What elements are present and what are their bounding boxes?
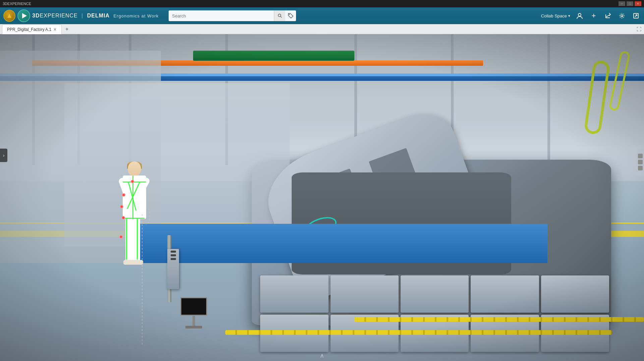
logo-area: 3DEXPERIENCE | DELMIA Ergonomics at Work <box>3 9 159 22</box>
user-icon-button[interactable] <box>575 11 584 20</box>
compass-logo[interactable] <box>3 10 15 22</box>
panel-button-3 <box>171 258 176 260</box>
share-icon <box>604 12 611 19</box>
search-bar[interactable] <box>169 10 296 21</box>
right-panel-button-1[interactable] <box>638 154 643 158</box>
conveyor-track-2 <box>354 317 644 322</box>
right-side-panel <box>637 149 644 175</box>
add-button[interactable]: + <box>589 11 598 20</box>
human-head <box>128 161 141 176</box>
middle-machinery <box>64 83 290 247</box>
svg-point-3 <box>578 13 581 16</box>
ceiling-strut <box>354 34 357 165</box>
collab-dropdown-icon: ▾ <box>568 14 570 18</box>
search-icon <box>278 13 282 18</box>
ceiling-strut <box>547 34 550 165</box>
joint-left-shoulder <box>122 216 125 219</box>
fixture-block <box>401 275 469 313</box>
close-button[interactable]: ✕ <box>635 1 641 6</box>
add-tab-button[interactable]: + <box>63 24 71 34</box>
panel-button-1 <box>171 251 176 253</box>
search-button[interactable] <box>274 10 285 21</box>
viewport[interactable]: › ∧ <box>0 34 644 361</box>
maximize-button[interactable]: □ <box>627 1 633 6</box>
brand-label: 3DEXPERIENCE | DELMIA Ergonomics at Work <box>32 13 159 19</box>
human-right-leg <box>133 218 140 261</box>
human-left-foot <box>123 260 135 265</box>
tag-button[interactable] <box>285 10 296 21</box>
collab-space-selector[interactable]: Collab Space ▾ <box>541 13 570 18</box>
brand-delmia: DELMIA <box>87 13 110 18</box>
brand-experience: EXPERIENCE <box>40 13 77 18</box>
brand-3d: 3D <box>32 13 40 18</box>
svg-point-5 <box>621 15 623 17</box>
right-panel-button-2[interactable] <box>638 160 643 164</box>
monitor-screen <box>180 297 207 316</box>
brand-subtitle: Ergonomics at Work <box>113 13 159 18</box>
svg-line-1 <box>280 16 282 18</box>
expand-tab-button[interactable]: ⛶ <box>637 24 641 34</box>
skeleton-left-leg <box>126 218 127 260</box>
right-panel-button-3[interactable] <box>638 166 643 170</box>
conveyor-track-1 <box>225 330 612 335</box>
fixture-block <box>541 275 609 313</box>
svg-point-2 <box>289 14 290 15</box>
settings-icon <box>619 12 625 19</box>
tab-label: PPR_Digital_Factory A.1 <box>7 27 51 32</box>
play-button[interactable] <box>17 9 30 22</box>
left-panel-arrow-icon: › <box>3 153 5 158</box>
tab-close-button[interactable]: ✕ <box>53 27 57 32</box>
assembly-fixtures <box>257 273 612 355</box>
search-input[interactable] <box>169 13 274 18</box>
joint-right-elbow <box>120 205 123 208</box>
expand-icon <box>633 13 639 19</box>
collab-space-label: Collab Space <box>541 13 567 18</box>
skeleton-right-leg <box>137 218 138 260</box>
toolbar-right: Collab Space ▾ + <box>541 11 641 20</box>
panel-button-2 <box>171 254 176 256</box>
minimize-button[interactable]: ─ <box>619 1 625 6</box>
green-crane-beam <box>193 51 354 61</box>
fixture-block <box>260 275 328 313</box>
brand-sep: | <box>81 13 83 18</box>
monitor-stand <box>180 297 207 328</box>
human-figure <box>116 161 153 302</box>
skeleton-shoulder <box>123 182 146 183</box>
control-panel-box <box>167 249 179 289</box>
play-icon <box>22 13 27 18</box>
expand-button[interactable] <box>631 11 641 20</box>
bottom-chevron-button[interactable]: ∧ <box>320 352 324 359</box>
svg-line-4 <box>606 14 610 17</box>
svg-point-0 <box>278 14 281 17</box>
vertical-dashed-line <box>142 214 142 345</box>
titlebar-title: 3DEXPERIENCE <box>3 2 31 6</box>
main-toolbar: 3DEXPERIENCE | DELMIA Ergonomics at Work… <box>0 7 644 24</box>
scene-background: › ∧ <box>0 34 644 361</box>
settings-button[interactable] <box>617 11 627 20</box>
tabbar: PPR_Digital_Factory A.1 ✕ + ⛶ <box>0 24 644 34</box>
monitor-pole <box>192 316 195 326</box>
joint-neck <box>131 180 134 183</box>
joint-left-elbow <box>119 235 123 239</box>
blue-conveyor <box>129 224 547 263</box>
tag-icon <box>288 13 294 19</box>
fixture-block <box>471 275 539 313</box>
fixture-block <box>331 275 399 313</box>
share-button[interactable] <box>603 11 612 20</box>
user-icon <box>576 12 583 19</box>
monitor-base <box>185 326 202 328</box>
left-panel-toggle[interactable]: › <box>0 149 7 162</box>
add-icon: + <box>592 11 596 20</box>
ceiling-strut <box>451 34 454 165</box>
joint-right-shoulder <box>122 193 125 197</box>
titlebar: 3DEXPERIENCE ─ □ ✕ <box>0 0 644 7</box>
window-controls: ─ □ ✕ <box>619 1 641 6</box>
active-tab[interactable]: PPR_Digital_Factory A.1 ✕ <box>2 24 62 34</box>
